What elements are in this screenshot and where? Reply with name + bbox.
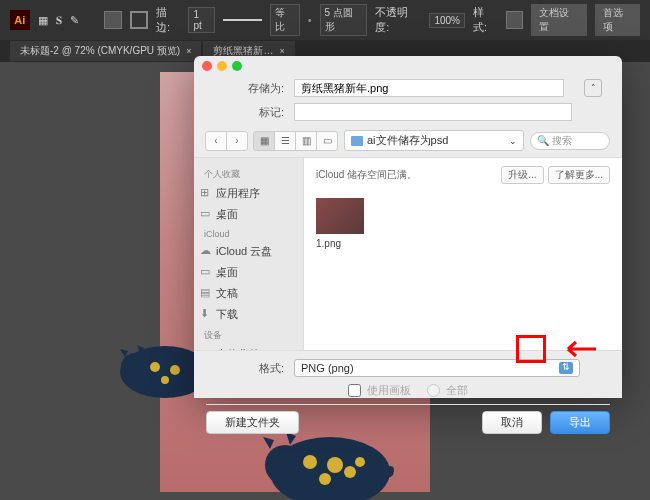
gallery-view-button[interactable]: ▭ — [316, 131, 338, 151]
close-icon[interactable]: × — [279, 46, 284, 56]
brush-dropdown[interactable]: 5 点圆形 — [320, 4, 368, 36]
annotation-arrow-icon — [558, 338, 598, 360]
tab-doc-1[interactable]: 未标题-2 @ 72% (CMYK/GPU 预览) × — [10, 41, 201, 61]
tags-input[interactable] — [294, 103, 572, 121]
style-label: 样式: — [473, 5, 498, 35]
close-icon[interactable]: × — [186, 46, 191, 56]
file-browser-content: iCloud 储存空间已满。 升级... 了解更多... 1.png — [304, 158, 622, 350]
tab-label: 未标题-2 @ 72% (CMYK/GPU 预览) — [20, 44, 180, 58]
annotation-highlight-box — [516, 335, 546, 363]
close-window-button[interactable] — [202, 61, 212, 71]
tags-label: 标记: — [194, 105, 294, 120]
new-folder-button[interactable]: 新建文件夹 — [206, 411, 299, 434]
folder-dropdown[interactable]: ai文件储存为psd ⌄ — [344, 130, 524, 151]
stroke-swatch[interactable] — [130, 11, 148, 29]
zoom-window-button[interactable] — [232, 61, 242, 71]
uniform-dropdown[interactable]: 等比 — [270, 4, 300, 36]
use-artboards-checkbox[interactable] — [348, 384, 361, 397]
format-label: 格式: — [206, 361, 294, 376]
sidebar-head-favorites: 个人收藏 — [194, 164, 303, 183]
prefs-button[interactable]: 首选项 — [595, 4, 640, 36]
icloud-warning: iCloud 储存空间已满。 — [316, 168, 417, 182]
finder-sidebar: 个人收藏 应用程序 桌面 iCloud iCloud 云盘 桌面 文稿 下载 设… — [194, 158, 304, 350]
type-icon[interactable]: 𝐒 — [56, 14, 62, 27]
stroke-weight-input[interactable]: 1 pt — [188, 7, 214, 33]
minimize-window-button[interactable] — [217, 61, 227, 71]
sidebar-item-downloads[interactable]: 下载 — [194, 304, 303, 325]
folder-icon — [351, 136, 363, 146]
learn-more-button[interactable]: 了解更多... — [548, 166, 610, 184]
collapse-button[interactable]: ˄ — [584, 79, 602, 97]
all-label: 全部 — [446, 383, 468, 398]
svg-point-6 — [265, 445, 305, 485]
svg-point-11 — [355, 457, 365, 467]
upgrade-button[interactable]: 升级... — [501, 166, 543, 184]
svg-point-2 — [150, 362, 160, 372]
list-view-button[interactable]: ☰ — [274, 131, 296, 151]
forward-button[interactable]: › — [226, 131, 248, 151]
folder-name: ai文件储存为psd — [367, 133, 448, 148]
format-value: PNG (png) — [301, 362, 354, 374]
dialog-titlebar[interactable] — [194, 56, 622, 76]
sidebar-head-icloud: iCloud — [194, 225, 303, 241]
svg-point-4 — [161, 376, 169, 384]
svg-point-8 — [327, 457, 343, 473]
sidebar-item-desktop[interactable]: 桌面 — [194, 204, 303, 225]
svg-point-3 — [170, 365, 180, 375]
use-artboards-label: 使用画板 — [367, 383, 411, 398]
app-toolbar: Ai ▦ 𝐒 ✎ 描边: 1 pt 等比 • 5 点圆形 不透明度: 100% … — [0, 0, 650, 40]
app-icon: Ai — [10, 10, 30, 30]
filename-input[interactable] — [294, 79, 564, 97]
svg-point-10 — [319, 473, 331, 485]
save-as-label: 存储为: — [194, 81, 294, 96]
back-button[interactable]: ‹ — [205, 131, 227, 151]
dialog-footer: 格式: PNG (png) ⇅ 使用画板 全部 新建文件夹 取消 导出 — [194, 350, 622, 442]
search-input[interactable]: 🔍 搜索 — [530, 132, 610, 150]
ruler-icon[interactable]: ▦ — [38, 14, 48, 27]
dropdown-arrow-icon: ⇅ — [559, 362, 573, 374]
export-button[interactable]: 导出 — [550, 411, 610, 434]
opacity-label: 不透明度: — [375, 5, 421, 35]
all-radio — [427, 384, 440, 397]
sidebar-item-icloud[interactable]: iCloud 云盘 — [194, 241, 303, 262]
sidebar-head-devices: 设备 — [194, 325, 303, 344]
browser-nav: ‹ › ▦ ☰ ▥ ▭ ai文件储存为psd ⌄ 🔍 搜索 — [194, 124, 622, 158]
icon-view-button[interactable]: ▦ — [253, 131, 275, 151]
brush-icon[interactable]: ✎ — [70, 14, 79, 27]
stroke-label: 描边: — [156, 5, 181, 35]
svg-point-7 — [303, 455, 317, 469]
svg-point-1 — [121, 353, 149, 381]
sidebar-item-documents[interactable]: 文稿 — [194, 283, 303, 304]
opacity-input[interactable]: 100% — [429, 13, 465, 28]
sidebar-item-desktop2[interactable]: 桌面 — [194, 262, 303, 283]
stroke-style-dropdown[interactable] — [223, 19, 262, 21]
style-swatch[interactable] — [506, 11, 524, 29]
sidebar-item-macbook[interactable]: 李伟华的MacB… — [194, 344, 303, 350]
cancel-button[interactable]: 取消 — [482, 411, 542, 434]
sidebar-item-apps[interactable]: 应用程序 — [194, 183, 303, 204]
file-thumbnail[interactable] — [316, 198, 364, 234]
file-label: 1.png — [316, 238, 610, 249]
fill-swatch[interactable] — [104, 11, 122, 29]
svg-point-9 — [344, 466, 356, 478]
column-view-button[interactable]: ▥ — [295, 131, 317, 151]
doc-setup-button[interactable]: 文档设置 — [531, 4, 586, 36]
